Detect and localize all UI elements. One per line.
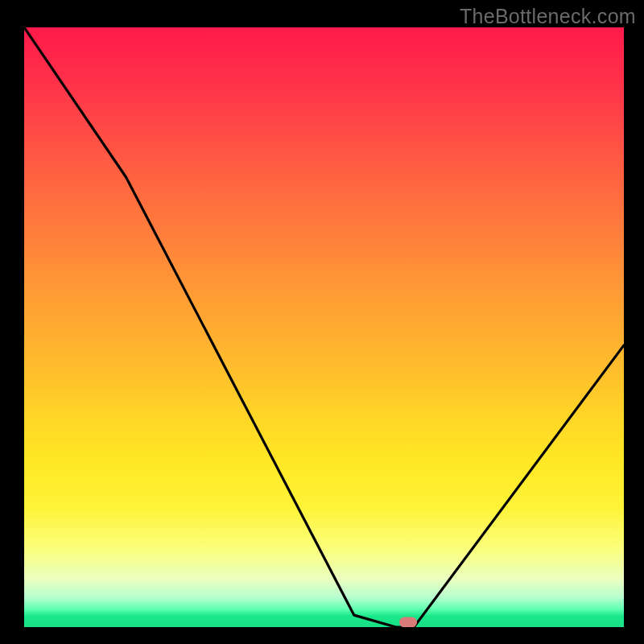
chart-stage: TheBottleneck.com: [0, 0, 644, 644]
plot-area: [24, 27, 624, 627]
watermark-text: TheBottleneck.com: [460, 5, 636, 28]
bottleneck-curve: [24, 27, 624, 627]
optimal-marker: [399, 617, 417, 627]
